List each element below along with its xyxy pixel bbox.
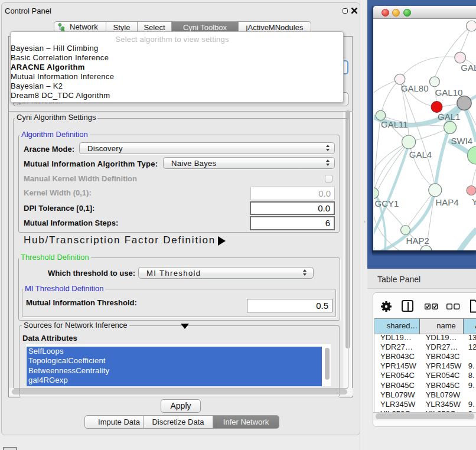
svg-text:HAP4: HAP4 [435,197,458,207]
svg-text:GAL1: GAL1 [438,112,460,122]
svg-text:GAL80: GAL80 [400,83,428,93]
svg-text:Y: Y [472,197,476,207]
svg-text:GAL11: GAL11 [381,119,408,129]
svg-text:SWI4: SWI4 [451,136,472,146]
svg-text:GAL: GAL [461,63,476,73]
svg-text:GAL10: GAL10 [435,87,462,97]
svg-text:GCY1: GCY1 [374,198,399,208]
svg-text:HAP2: HAP2 [406,236,429,246]
svg-text:GAL4: GAL4 [409,149,431,159]
